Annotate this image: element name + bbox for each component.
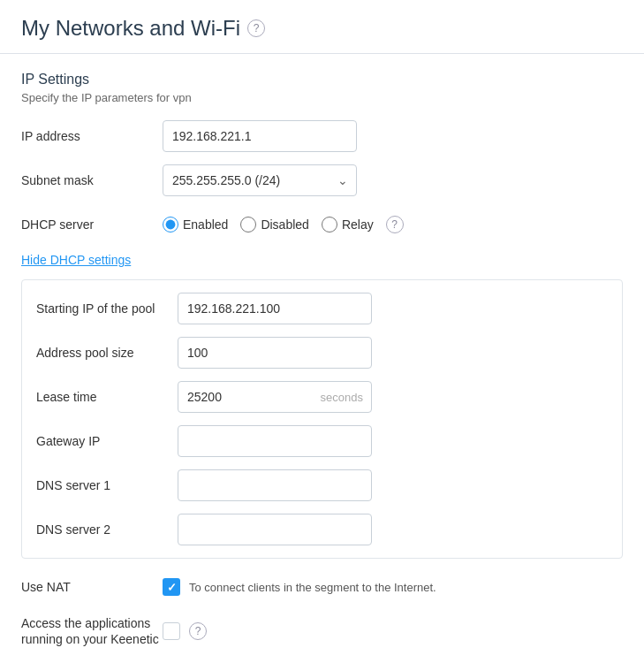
access-applications-help-icon[interactable]: ? bbox=[189, 622, 207, 640]
access-applications-row: Access the applications running on your … bbox=[21, 615, 623, 647]
gateway-ip-row: Gateway IP bbox=[36, 425, 608, 457]
dns-server-2-row: DNS server 2 bbox=[36, 514, 608, 545]
address-pool-size-label: Address pool size bbox=[36, 346, 178, 360]
dhcp-server-row: DHCP server Enabled Disabled Relay ? bbox=[21, 209, 623, 240]
dhcp-enabled-radio[interactable] bbox=[163, 217, 178, 232]
starting-ip-input[interactable] bbox=[178, 293, 372, 324]
lease-time-wrapper: seconds bbox=[178, 381, 372, 413]
use-nat-checkbox[interactable]: ✓ bbox=[163, 578, 180, 596]
dhcp-server-radio-group: Enabled Disabled Relay ? bbox=[163, 216, 404, 233]
dhcp-settings-section: Starting IP of the pool Address pool siz… bbox=[21, 279, 623, 559]
subnet-mask-wrapper: 255.255.255.0 (/24) 255.255.0.0 (/16) 25… bbox=[163, 164, 357, 196]
address-pool-size-row: Address pool size bbox=[36, 337, 608, 369]
use-nat-check-icon: ✓ bbox=[167, 582, 177, 593]
dhcp-disabled-label: Disabled bbox=[261, 217, 308, 232]
ip-address-label: IP address bbox=[21, 129, 163, 143]
page-header: My Networks and Wi-Fi ? bbox=[0, 0, 644, 54]
dns-server-2-label: DNS server 2 bbox=[36, 522, 178, 537]
subnet-mask-row: Subnet mask 255.255.255.0 (/24) 255.255.… bbox=[21, 164, 623, 196]
lease-time-row: Lease time seconds bbox=[36, 381, 608, 413]
dhcp-relay-radio[interactable] bbox=[322, 217, 337, 232]
relay-multicast-dns-row: Relay multicast DNS ✓ Enables forwarding… bbox=[21, 659, 623, 663]
page-title: My Networks and Wi-Fi bbox=[21, 16, 240, 41]
dhcp-enabled-option[interactable]: Enabled bbox=[163, 217, 228, 232]
dns-server-1-input[interactable] bbox=[178, 469, 372, 501]
page-help-icon[interactable]: ? bbox=[247, 19, 265, 37]
main-content: IP Settings Specify the IP parameters fo… bbox=[0, 54, 644, 663]
access-applications-wrapper: ? bbox=[163, 622, 207, 640]
lease-time-label: Lease time bbox=[36, 390, 178, 404]
subnet-mask-label: Subnet mask bbox=[21, 173, 163, 187]
lease-time-input[interactable] bbox=[178, 381, 372, 413]
dns-server-1-label: DNS server 1 bbox=[36, 478, 178, 492]
starting-ip-row: Starting IP of the pool bbox=[36, 293, 608, 324]
ip-address-row: IP address bbox=[21, 120, 623, 152]
dhcp-server-label: DHCP server bbox=[21, 217, 163, 232]
dhcp-relay-option[interactable]: Relay bbox=[322, 217, 374, 232]
access-applications-checkbox[interactable] bbox=[163, 622, 180, 640]
address-pool-size-input[interactable] bbox=[178, 337, 372, 369]
dns-server-1-row: DNS server 1 bbox=[36, 469, 608, 501]
dhcp-enabled-label: Enabled bbox=[183, 217, 228, 232]
dhcp-help-icon[interactable]: ? bbox=[386, 216, 404, 233]
use-nat-row: Use NAT ✓ To connect clients in the segm… bbox=[21, 571, 623, 603]
starting-ip-label: Starting IP of the pool bbox=[36, 301, 178, 316]
use-nat-description: To connect clients in the segment to the… bbox=[189, 581, 436, 594]
ip-address-input[interactable] bbox=[163, 120, 357, 152]
hide-dhcp-link[interactable]: Hide DHCP settings bbox=[21, 253, 131, 267]
dns-server-2-input[interactable] bbox=[178, 514, 372, 545]
subnet-mask-select[interactable]: 255.255.255.0 (/24) 255.255.0.0 (/16) 25… bbox=[163, 164, 357, 196]
dhcp-disabled-option[interactable]: Disabled bbox=[240, 217, 308, 232]
section-title: IP Settings bbox=[21, 72, 623, 88]
gateway-ip-input[interactable] bbox=[178, 425, 372, 457]
gateway-ip-label: Gateway IP bbox=[36, 434, 178, 448]
section-description: Specify the IP parameters for vpn bbox=[21, 91, 623, 104]
use-nat-label: Use NAT bbox=[21, 579, 163, 595]
dhcp-relay-label: Relay bbox=[342, 217, 374, 232]
access-applications-label: Access the applications running on your … bbox=[21, 615, 163, 647]
dhcp-disabled-radio[interactable] bbox=[240, 217, 256, 232]
use-nat-wrapper: ✓ To connect clients in the segment to t… bbox=[163, 578, 436, 596]
